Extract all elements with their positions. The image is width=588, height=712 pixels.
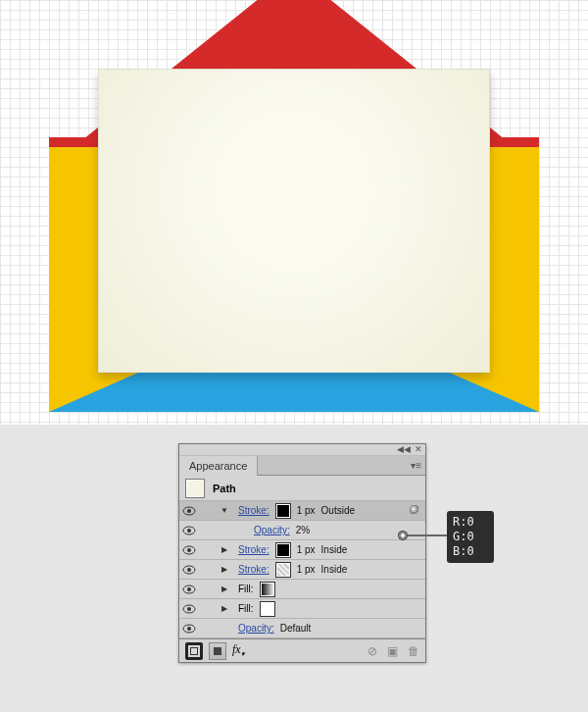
stroke-label[interactable]: Stroke:: [238, 564, 270, 575]
svg-point-11: [187, 607, 191, 611]
appearance-rows: ▼ Stroke: 1 px Outside Opacity: 2% ▶: [179, 501, 425, 638]
visibility-icon[interactable]: [182, 506, 196, 516]
target-icon[interactable]: [410, 505, 419, 515]
row-fill-white[interactable]: ▶ Fill:: [179, 599, 425, 619]
opacity-label[interactable]: Opacity:: [254, 525, 290, 535]
tab-appearance[interactable]: Appearance: [179, 456, 258, 476]
rgb-b: B:0: [453, 544, 488, 559]
visibility-icon[interactable]: [182, 565, 196, 575]
fill-swatch[interactable]: [260, 582, 275, 597]
stroke-label[interactable]: Stroke:: [238, 544, 270, 555]
stroke-swatch[interactable]: [275, 503, 291, 519]
opacity-value: 2%: [296, 525, 310, 535]
object-type-label: Path: [213, 483, 236, 494]
canvas-area: [0, 0, 588, 425]
disclosure-icon[interactable]: ▶: [217, 585, 232, 593]
trash-icon[interactable]: 🗑: [408, 644, 419, 658]
object-thumbnail: [185, 479, 205, 498]
workspace-bottom: ◀◀ ✕ Appearance ▾≡ Path ▼ Stroke: 1 px O…: [0, 425, 588, 712]
svg-point-13: [187, 627, 191, 631]
no-icon[interactable]: ⊘: [368, 644, 377, 658]
stroke-weight[interactable]: 1 px: [297, 564, 316, 575]
fx-menu-button[interactable]: fx▾: [232, 642, 245, 658]
svg-point-3: [187, 529, 191, 533]
row-opacity-default[interactable]: Opacity: Default: [179, 619, 425, 638]
object-header-row: Path: [179, 476, 425, 501]
fill-swatch[interactable]: [260, 601, 275, 617]
row-stroke-outside[interactable]: ▼ Stroke: 1 px Outside: [179, 501, 425, 521]
stroke-weight[interactable]: 1 px: [297, 505, 316, 516]
appearance-panel: ◀◀ ✕ Appearance ▾≡ Path ▼ Stroke: 1 px O…: [178, 443, 426, 663]
row-opacity-child[interactable]: Opacity: 2%: [179, 521, 425, 540]
stroke-align: Inside: [321, 564, 348, 575]
stroke-align: Inside: [321, 544, 348, 555]
panel-menu-icon[interactable]: ▾≡: [411, 460, 421, 471]
stroke-swatch[interactable]: [275, 562, 291, 578]
svg-point-7: [187, 568, 191, 572]
opacity-label[interactable]: Opacity:: [238, 623, 274, 634]
clear-appearance-button[interactable]: [209, 642, 226, 660]
panel-topbar[interactable]: ◀◀ ✕: [179, 444, 425, 456]
visibility-icon[interactable]: [182, 624, 196, 634]
disclosure-icon[interactable]: ▶: [217, 565, 232, 574]
visibility-icon[interactable]: [182, 526, 196, 535]
visibility-icon[interactable]: [182, 585, 196, 594]
new-art-basic-button[interactable]: [185, 642, 203, 660]
svg-point-1: [187, 509, 191, 513]
fill-label: Fill:: [238, 584, 254, 594]
rgb-callout: R:0 G:0 B:0: [447, 511, 494, 563]
panel-tabs: Appearance ▾≡: [179, 456, 425, 476]
rgb-r: R:0: [453, 515, 488, 530]
disclosure-icon[interactable]: ▼: [217, 506, 232, 515]
disclosure-icon[interactable]: ▶: [217, 604, 232, 613]
stroke-label[interactable]: Stroke:: [238, 505, 270, 516]
svg-point-9: [187, 587, 191, 591]
collapse-icon[interactable]: ◀◀: [397, 445, 411, 454]
rgb-g: G:0: [453, 530, 488, 544]
fill-label: Fill:: [238, 603, 254, 614]
close-icon[interactable]: ✕: [415, 445, 422, 454]
svg-point-5: [187, 548, 191, 552]
envelope-art: [49, 0, 539, 425]
letter-paper: [98, 69, 490, 373]
duplicate-icon[interactable]: ▣: [387, 644, 398, 658]
row-stroke-inside-2[interactable]: ▶ Stroke: 1 px Inside: [179, 560, 425, 580]
stroke-weight[interactable]: 1 px: [297, 544, 316, 555]
visibility-icon[interactable]: [182, 604, 196, 614]
disclosure-icon[interactable]: ▶: [217, 545, 232, 554]
visibility-icon[interactable]: [182, 545, 196, 555]
panel-footer: fx▾ ⊘ ▣ 🗑: [179, 638, 425, 662]
row-fill-gradient[interactable]: ▶ Fill:: [179, 580, 425, 599]
callout-leader: [404, 534, 447, 536]
opacity-value: Default: [280, 623, 312, 634]
row-stroke-inside-1[interactable]: ▶ Stroke: 1 px Inside: [179, 540, 425, 560]
stroke-swatch[interactable]: [275, 542, 291, 558]
stroke-align: Outside: [321, 505, 355, 516]
